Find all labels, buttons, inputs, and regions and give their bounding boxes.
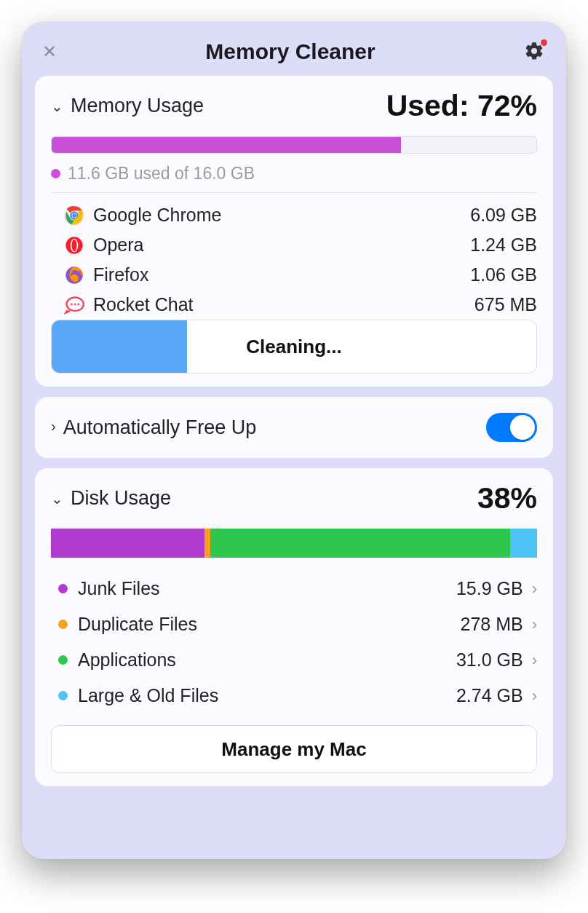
auto-free-card: › Automatically Free Up [35, 397, 553, 458]
app-icon [64, 265, 84, 285]
app-row[interactable]: Opera1.24 GB [51, 230, 537, 260]
close-icon[interactable]: ✕ [42, 43, 57, 60]
app-icon [64, 295, 84, 315]
disk-category-name: Applications [78, 649, 456, 671]
memory-bar [51, 136, 537, 154]
cleaning-progress-fill [52, 320, 187, 373]
memory-usage-value: Used: 72% [386, 89, 537, 123]
app-size: 675 MB [474, 294, 537, 315]
memory-usage-title: Memory Usage [71, 95, 204, 117]
app-list: Google Chrome6.09 GBOpera1.24 GBFirefox1… [51, 200, 537, 320]
memory-usage-header[interactable]: ⌄ Memory Usage Used: 72% [51, 89, 537, 123]
disk-category-size: 2.74 GB [456, 685, 523, 706]
toggle-knob [510, 415, 535, 440]
disk-usage-value: 38% [477, 481, 537, 515]
disk-category-name: Large & Old Files [78, 685, 456, 706]
disk-usage-title: Disk Usage [71, 487, 171, 510]
auto-free-title: Automatically Free Up [63, 416, 257, 439]
dot-icon [58, 691, 68, 700]
app-size: 6.09 GB [470, 205, 537, 226]
disk-category-row[interactable]: Applications31.0 GB› [51, 642, 537, 678]
dot-icon [51, 169, 60, 178]
disk-category-list: Junk Files15.9 GB›Duplicate Files278 MB›… [51, 571, 537, 714]
disk-category-row[interactable]: Large & Old Files2.74 GB› [51, 678, 537, 714]
disk-bar-segment [51, 529, 204, 558]
auto-free-toggle[interactable] [486, 413, 537, 442]
disk-usage-header[interactable]: ⌄ Disk Usage 38% [51, 481, 537, 515]
app-size: 1.24 GB [470, 234, 537, 256]
disk-bar-segment [510, 529, 537, 558]
chevron-right-icon: › [532, 687, 537, 706]
app-name: Firefox [93, 264, 470, 285]
app-title: Memory Cleaner [205, 39, 375, 64]
disk-usage-card: ⌄ Disk Usage 38% Junk Files15.9 GB›Dupli… [35, 468, 553, 786]
app-row[interactable]: Rocket Chat675 MB [51, 290, 537, 320]
memory-usage-card: ⌄ Memory Usage Used: 72% 11.6 GB used of… [35, 76, 553, 387]
dot-icon [58, 584, 68, 593]
disk-category-size: 278 MB [461, 614, 523, 635]
app-size: 1.06 GB [470, 264, 537, 285]
settings-badge [541, 39, 547, 46]
app-name: Google Chrome [93, 205, 470, 226]
settings-button[interactable] [524, 41, 546, 63]
disk-category-row[interactable]: Junk Files15.9 GB› [51, 571, 537, 606]
disk-category-name: Duplicate Files [78, 614, 461, 635]
titlebar: ✕ Memory Cleaner [35, 35, 553, 66]
chevron-down-icon: ⌄ [51, 490, 63, 507]
svg-point-11 [74, 303, 76, 305]
disk-bar-segment [210, 529, 510, 558]
svg-point-12 [77, 303, 79, 305]
disk-bar [51, 529, 537, 558]
clean-memory-button[interactable]: Cleaning... [51, 320, 537, 374]
manage-mac-label: Manage my Mac [221, 738, 366, 761]
app-name: Opera [93, 234, 470, 256]
disk-category-size: 15.9 GB [456, 578, 523, 599]
memory-caption: 11.6 GB used of 16.0 GB [51, 164, 537, 193]
app-name: Rocket Chat [93, 294, 474, 315]
chevron-right-icon: › [51, 418, 56, 435]
app-row[interactable]: Google Chrome6.09 GB [51, 200, 537, 230]
svg-point-7 [72, 239, 77, 250]
svg-point-4 [72, 213, 76, 217]
disk-category-row[interactable]: Duplicate Files278 MB› [51, 606, 537, 642]
chevron-down-icon: ⌄ [51, 98, 63, 115]
disk-bar-segment [204, 529, 210, 558]
disk-category-size: 31.0 GB [456, 649, 523, 671]
app-icon [64, 235, 84, 256]
dot-icon [58, 655, 68, 665]
app-row[interactable]: Firefox1.06 GB [51, 260, 537, 290]
svg-point-10 [71, 303, 73, 305]
chevron-right-icon: › [532, 580, 537, 598]
chevron-right-icon: › [532, 615, 537, 634]
auto-free-header[interactable]: › Automatically Free Up [51, 413, 537, 442]
memory-bar-fill [52, 137, 401, 153]
app-window: ✕ Memory Cleaner ⌄ Memory Usage Used: 72… [22, 22, 566, 859]
dot-icon [58, 620, 68, 629]
chevron-right-icon: › [532, 651, 537, 670]
disk-category-name: Junk Files [78, 578, 456, 599]
clean-memory-label: Cleaning... [246, 336, 341, 358]
manage-mac-button[interactable]: Manage my Mac [51, 725, 537, 773]
memory-caption-text: 11.6 GB used of 16.0 GB [68, 164, 255, 183]
app-icon [64, 205, 84, 226]
